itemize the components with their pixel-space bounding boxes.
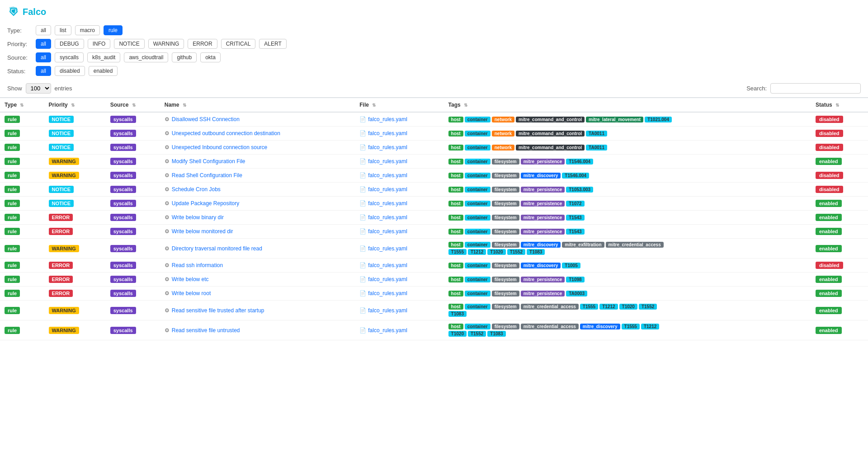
source-okta-btn[interactable]: okta (200, 52, 221, 62)
col-name[interactable]: Name ⇅ (160, 98, 355, 112)
cell-file[interactable]: 📄 falco_rules.yaml (355, 141, 443, 155)
cell-name[interactable]: ⚙ Write below etc (160, 273, 355, 287)
priority-critical-btn[interactable]: CRITICAL (221, 39, 256, 49)
col-source[interactable]: Source ⇅ (106, 98, 160, 112)
source-aws-cloudtrail-btn[interactable]: aws_cloudtrail (124, 52, 168, 62)
rule-name-link[interactable]: ⚙ Modify Shell Configuration File (165, 158, 350, 165)
cell-name[interactable]: ⚙ Unexpected outbound connection destina… (160, 127, 355, 141)
cell-file[interactable]: 📄 falco_rules.yaml (355, 225, 443, 239)
cell-name[interactable]: ⚙ Read sensitive file untrusted (160, 320, 355, 340)
cell-name[interactable]: ⚙ Write below monitored dir (160, 225, 355, 239)
priority-warning-btn[interactable]: WARNING (148, 39, 184, 49)
priority-alert-btn[interactable]: ALERT (259, 39, 286, 49)
rule-name-link[interactable]: ⚙ Read Shell Configuration File (165, 172, 350, 179)
cell-file[interactable]: 📄 falco_rules.yaml (355, 197, 443, 211)
cell-file[interactable]: 📄 falco_rules.yaml (355, 112, 443, 127)
file-link[interactable]: 📄 falco_rules.yaml (359, 214, 439, 221)
file-link[interactable]: 📄 falco_rules.yaml (359, 245, 439, 252)
cell-file[interactable]: 📄 falco_rules.yaml (355, 155, 443, 169)
file-link[interactable]: 📄 falco_rules.yaml (359, 262, 439, 268)
rule-name-link[interactable]: ⚙ Unexpected Inbound connection source (165, 144, 350, 150)
priority-debug-btn[interactable]: DEBUG (55, 39, 84, 49)
type-list-btn[interactable]: list (55, 25, 71, 35)
file-link[interactable]: 📄 falco_rules.yaml (359, 116, 439, 122)
cell-name[interactable]: ⚙ Modify Shell Configuration File (160, 155, 355, 169)
rule-name-link[interactable]: ⚙ Disallowed SSH Connection (165, 116, 350, 122)
file-link[interactable]: 📄 falco_rules.yaml (359, 186, 439, 193)
cell-file[interactable]: 📄 falco_rules.yaml (355, 211, 443, 225)
cell-source: syscalls (106, 127, 160, 141)
source-syscalls-btn[interactable]: syscalls (55, 52, 84, 62)
cell-file[interactable]: 📄 falco_rules.yaml (355, 301, 443, 320)
cell-name[interactable]: ⚙ Write below root (160, 287, 355, 301)
rule-name-link[interactable]: ⚙ Write below etc (165, 276, 350, 282)
tag-badge: mitre_command_and_control (516, 117, 585, 122)
cell-type: rule (0, 183, 44, 197)
file-link[interactable]: 📄 falco_rules.yaml (359, 307, 439, 314)
cell-tags: hostcontainerfilesystemmitre_discoverymi… (444, 239, 811, 259)
rule-name-link[interactable]: ⚙ Write below binary dir (165, 214, 350, 221)
file-link[interactable]: 📄 falco_rules.yaml (359, 228, 439, 235)
cell-file[interactable]: 📄 falco_rules.yaml (355, 169, 443, 183)
rule-name-link[interactable]: ⚙ Directory traversal monitored file rea… (165, 245, 350, 252)
rule-name-link[interactable]: ⚙ Update Package Repository (165, 200, 350, 207)
col-file[interactable]: File ⇅ (355, 98, 443, 112)
cell-name[interactable]: ⚙ Disallowed SSH Connection (160, 112, 355, 127)
cell-name[interactable]: ⚙ Read Shell Configuration File (160, 169, 355, 183)
rule-name-link[interactable]: ⚙ Schedule Cron Jobs (165, 186, 350, 193)
cell-name[interactable]: ⚙ Write below binary dir (160, 211, 355, 225)
rule-name-link[interactable]: ⚙ Read sensitive file untrusted (165, 327, 350, 334)
cell-name[interactable]: ⚙ Update Package Repository (160, 197, 355, 211)
source-k8s-audit-btn[interactable]: k8s_audit (87, 52, 120, 62)
tag-badge: container (465, 324, 491, 329)
cell-file[interactable]: 📄 falco_rules.yaml (355, 239, 443, 259)
type-all-btn[interactable]: all (36, 25, 51, 35)
priority-notice-btn[interactable]: NOTICE (114, 39, 144, 49)
cell-file[interactable]: 📄 falco_rules.yaml (355, 127, 443, 141)
priority-error-btn[interactable]: ERROR (188, 39, 217, 49)
cell-file[interactable]: 📄 falco_rules.yaml (355, 273, 443, 287)
file-link[interactable]: 📄 falco_rules.yaml (359, 158, 439, 165)
tag-badge: filesystem (492, 277, 519, 282)
file-link[interactable]: 📄 falco_rules.yaml (359, 276, 439, 282)
file-link[interactable]: 📄 falco_rules.yaml (359, 290, 439, 296)
col-priority[interactable]: Priority ⇅ (44, 98, 106, 112)
tag-badge: host (448, 324, 463, 329)
file-link[interactable]: 📄 falco_rules.yaml (359, 200, 439, 207)
rule-name-link[interactable]: ⚙ Write below root (165, 290, 350, 296)
status-disabled-btn[interactable]: disabled (55, 66, 85, 76)
col-type[interactable]: Type ⇅ (0, 98, 44, 112)
search-input[interactable] (770, 83, 861, 94)
file-link[interactable]: 📄 falco_rules.yaml (359, 144, 439, 150)
type-rule-btn[interactable]: rule (104, 25, 123, 35)
priority-info-btn[interactable]: INFO (88, 39, 111, 49)
rule-name-link[interactable]: ⚙ Write below monitored dir (165, 228, 350, 235)
cell-name[interactable]: ⚙ Unexpected Inbound connection source (160, 141, 355, 155)
status-all-btn[interactable]: all (36, 66, 51, 76)
cell-name[interactable]: ⚙ Read sensitive file trusted after star… (160, 301, 355, 320)
file-link[interactable]: 📄 falco_rules.yaml (359, 327, 439, 334)
type-macro-btn[interactable]: macro (75, 25, 100, 35)
col-status[interactable]: Status ⇅ (811, 98, 868, 112)
file-link[interactable]: 📄 falco_rules.yaml (359, 172, 439, 179)
rule-name-link[interactable]: ⚙ Read ssh information (165, 262, 350, 268)
source-all-btn[interactable]: all (36, 52, 51, 62)
tag-badge: network (492, 131, 514, 136)
status-enabled-btn[interactable]: enabled (89, 66, 118, 76)
file-link[interactable]: 📄 falco_rules.yaml (359, 130, 439, 136)
rule-name-link[interactable]: ⚙ Unexpected outbound connection destina… (165, 130, 350, 136)
cell-source: syscalls (106, 259, 160, 273)
rule-name-link[interactable]: ⚙ Read sensitive file trusted after star… (165, 307, 350, 314)
rule-icon: ⚙ (165, 200, 170, 207)
cell-name[interactable]: ⚙ Read ssh information (160, 259, 355, 273)
cell-name[interactable]: ⚙ Directory traversal monitored file rea… (160, 239, 355, 259)
source-github-btn[interactable]: github (172, 52, 197, 62)
show-select[interactable]: 10 25 50 100 (26, 83, 51, 94)
cell-file[interactable]: 📄 falco_rules.yaml (355, 320, 443, 340)
col-tags[interactable]: Tags ⇅ (444, 98, 811, 112)
cell-file[interactable]: 📄 falco_rules.yaml (355, 259, 443, 273)
cell-name[interactable]: ⚙ Schedule Cron Jobs (160, 183, 355, 197)
cell-file[interactable]: 📄 falco_rules.yaml (355, 183, 443, 197)
cell-file[interactable]: 📄 falco_rules.yaml (355, 287, 443, 301)
priority-all-btn[interactable]: all (36, 39, 51, 49)
